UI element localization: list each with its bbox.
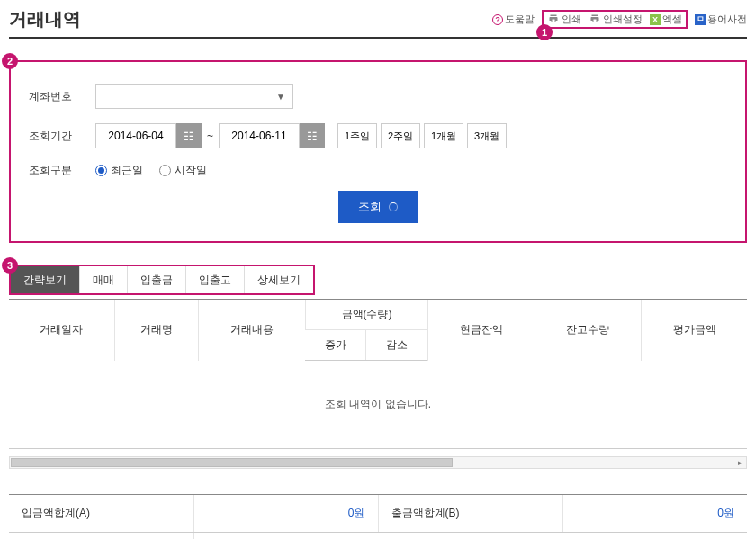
summary-table: 입금액합계(A) 0원 출금액합계(B) 0원 증감(A-B) 0원: [9, 494, 747, 539]
col-name: 거래명: [114, 300, 199, 361]
date-to-input[interactable]: [219, 123, 300, 148]
page-title: 거래내역: [9, 7, 81, 31]
tab-stockflow[interactable]: 입출고: [186, 266, 245, 293]
help-icon: ?: [492, 14, 503, 25]
date-from-calendar-button[interactable]: ☷: [176, 123, 202, 148]
col-eval: 평가금액: [642, 300, 748, 361]
range-3month-button[interactable]: 3개월: [467, 123, 507, 148]
horizontal-scrollbar[interactable]: ◂ ▸: [9, 456, 747, 469]
diff-label: 증감(A-B): [9, 533, 194, 540]
tab-detail[interactable]: 상세보기: [245, 266, 313, 293]
criteria-start-label: 시작일: [175, 163, 207, 178]
withdraw-total-label: 출금액합계(B): [378, 495, 562, 533]
period-label: 조회기간: [29, 129, 95, 144]
criteria-start-radio[interactable]: 시작일: [159, 163, 207, 178]
col-increase: 증가: [305, 330, 366, 361]
print-link[interactable]: 인쇄: [547, 13, 581, 26]
radio-icon: [95, 165, 107, 176]
calendar-icon: ☷: [184, 130, 194, 143]
col-qty: 잔고수량: [535, 300, 641, 361]
dictionary-label: 용어사전: [707, 13, 747, 26]
annotation-marker-1: 1: [536, 24, 553, 40]
search-panel: 계좌번호 ▼ 조회기간 ☷ ~ ☷ 1주일 2주일 1개월 3개월 조회구분: [9, 60, 747, 243]
withdraw-total-value: 0원: [562, 495, 747, 533]
printer-settings-icon: [589, 13, 601, 26]
header-divider: [9, 37, 747, 39]
range-1week-button[interactable]: 1주일: [338, 123, 377, 148]
date-to-calendar-button[interactable]: ☷: [300, 123, 325, 148]
loading-icon: [389, 202, 398, 211]
account-label: 계좌번호: [29, 89, 95, 104]
date-separator: ~: [207, 130, 213, 142]
account-select[interactable]: ▼: [95, 84, 293, 109]
empty-message: 조회 내역이 없습니다.: [9, 361, 747, 449]
printer-icon: [547, 13, 560, 26]
date-from-input[interactable]: [95, 123, 176, 148]
criteria-recent-radio[interactable]: 최근일: [95, 163, 143, 178]
range-1month-button[interactable]: 1개월: [424, 123, 464, 148]
radio-icon: [159, 165, 171, 176]
excel-label: 엑셀: [662, 13, 682, 26]
print-label: 인쇄: [562, 13, 581, 26]
chevron-down-icon: ▼: [276, 92, 285, 102]
tab-cashflow[interactable]: 입출금: [128, 266, 186, 293]
top-utility-links: ? 도움말 인쇄 인쇄설정 X 엑셀: [492, 10, 747, 29]
scroll-right-icon: ▸: [734, 457, 746, 468]
help-link[interactable]: ? 도움말: [492, 13, 535, 26]
scrollbar-thumb[interactable]: [11, 458, 453, 467]
help-label: 도움말: [505, 13, 535, 26]
print-settings-label: 인쇄설정: [603, 13, 643, 26]
diff-value: 0원: [194, 533, 747, 540]
criteria-label: 조회구분: [29, 163, 95, 178]
print-settings-link[interactable]: 인쇄설정: [589, 13, 643, 26]
excel-link[interactable]: X 엑셀: [650, 13, 682, 26]
col-cash: 현금잔액: [428, 300, 535, 361]
dictionary-link[interactable]: ㅁ 용어사전: [695, 13, 747, 26]
transactions-table: 거래일자 거래명 거래내용 금액(수량) 현금잔액 잔고수량 평가금액 증가 감…: [9, 299, 747, 449]
dictionary-icon: ㅁ: [695, 14, 706, 25]
excel-icon: X: [650, 14, 661, 25]
deposit-total-value: 0원: [194, 495, 378, 533]
col-date: 거래일자: [9, 300, 114, 361]
tab-trade[interactable]: 매매: [80, 266, 128, 293]
tab-summary[interactable]: 간략보기: [11, 266, 80, 293]
search-button-label: 조회: [358, 199, 382, 215]
range-2week-button[interactable]: 2주일: [381, 123, 420, 148]
col-desc: 거래내용: [199, 300, 305, 361]
view-tabs: 간략보기 매매 입출금 입출고 상세보기: [9, 265, 315, 295]
calendar-icon: ☷: [307, 130, 318, 143]
criteria-recent-label: 최근일: [111, 163, 143, 178]
search-button[interactable]: 조회: [338, 191, 418, 223]
col-decrease: 감소: [366, 330, 428, 361]
annotation-marker-3: 3: [2, 257, 18, 274]
annotation-marker-2: 2: [2, 53, 18, 69]
col-amount-group: 금액(수량): [305, 300, 428, 330]
deposit-total-label: 입금액합계(A): [9, 495, 194, 533]
